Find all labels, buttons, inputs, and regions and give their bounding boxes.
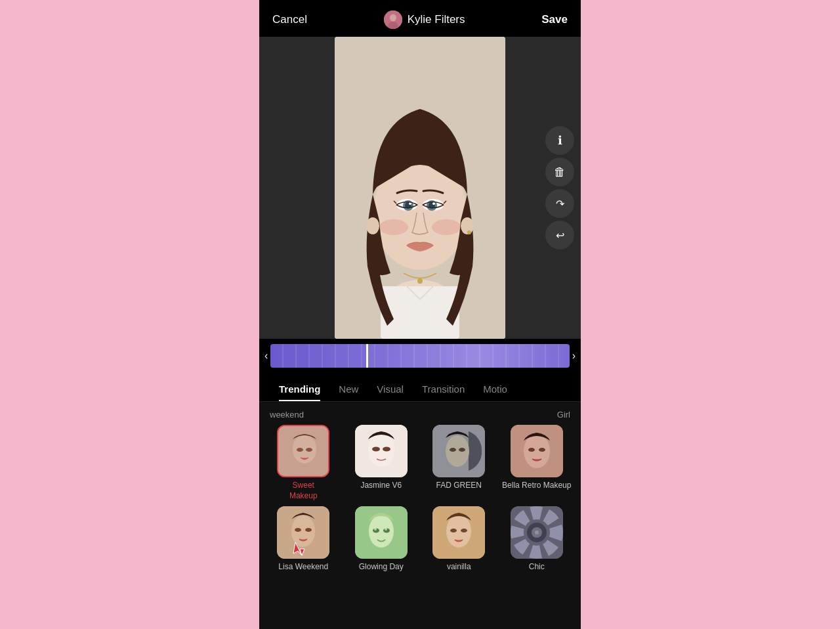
svg-point-35 (528, 448, 535, 452)
trash-icon: 🗑 (554, 165, 566, 179)
filter-item-vainilla[interactable]: vainilla (423, 506, 495, 573)
section-label-left: weekend (270, 410, 304, 420)
svg-point-40 (305, 528, 312, 532)
redo-button[interactable]: ↷ (545, 189, 574, 218)
svg-point-26 (368, 433, 394, 467)
filter-thumb-bella (511, 425, 563, 477)
svg-point-20 (432, 219, 461, 235)
filter-thumb-lisa (277, 506, 329, 559)
filter-label-jasmine: Jasmine V6 (360, 481, 402, 491)
filter-row-1: SweetMakeup Jasmine V6 (264, 425, 576, 506)
timeline-area: ‹ › (259, 339, 581, 373)
svg-point-47 (374, 528, 377, 531)
svg-point-9 (461, 217, 474, 234)
svg-point-28 (383, 447, 390, 452)
undo-icon: ↩ (556, 229, 564, 242)
svg-point-1 (390, 14, 396, 22)
svg-point-23 (297, 448, 303, 452)
svg-point-52 (461, 529, 467, 532)
filter-item-bella[interactable]: Bella Retro Makeup (501, 425, 574, 501)
svg-point-36 (539, 448, 545, 452)
page-title: Kylie Filters (408, 13, 465, 26)
svg-point-30 (446, 435, 469, 467)
face-illustration (335, 37, 505, 339)
tab-motion[interactable]: Motio (474, 378, 516, 401)
save-button[interactable]: Save (541, 13, 568, 26)
tabs-area: Trending New Visual Transition Motio (259, 373, 581, 402)
svg-point-51 (450, 529, 457, 532)
filter-item-chic[interactable]: Chic (501, 506, 574, 573)
filter-thumb-jasmine (355, 425, 408, 477)
svg-point-6 (417, 278, 423, 284)
main-photo (335, 37, 505, 339)
svg-point-27 (372, 447, 380, 452)
filter-label-glowing: Glowing Day (359, 562, 404, 573)
undo-button[interactable]: ↩ (545, 221, 574, 249)
tabs-row: Trending New Visual Transition Motio (259, 378, 581, 402)
svg-point-32 (459, 448, 465, 452)
filter-label-vainilla: vainilla (447, 562, 471, 573)
filter-thumb-vainilla (432, 506, 485, 559)
timeline-next-button[interactable]: › (570, 350, 578, 362)
filter-thumb-glowing (355, 506, 408, 559)
filter-label-chic: Chic (529, 562, 545, 573)
side-tools: ℹ 🗑 ↷ ↩ (545, 126, 574, 249)
filter-thumb-chic (511, 506, 563, 559)
timeline-prev-button[interactable]: ‹ (262, 350, 270, 362)
svg-rect-5 (381, 286, 459, 339)
filter-item-jasmine[interactable]: Jasmine V6 (345, 425, 418, 501)
delete-button[interactable]: 🗑 (545, 158, 574, 186)
filter-row-2: Lisa Weekend Glowing (264, 506, 576, 578)
svg-point-50 (446, 515, 471, 548)
svg-point-31 (450, 448, 456, 452)
info-icon: ℹ (558, 133, 562, 148)
filter-item-sweet-makeup[interactable]: SweetMakeup (267, 425, 340, 501)
filters-grid: weekend Girl SweetMakeup (259, 402, 581, 629)
filter-thumb-sweet-makeup (277, 425, 329, 477)
top-bar: Cancel Kylie Filters Save (259, 0, 581, 37)
filter-item-fad-green[interactable]: FAD GREEN (423, 425, 495, 501)
tab-visual[interactable]: Visual (368, 378, 413, 401)
timeline-track[interactable] (270, 344, 569, 368)
info-button[interactable]: ℹ (545, 126, 574, 155)
svg-point-39 (295, 528, 301, 532)
svg-point-10 (467, 230, 471, 234)
filter-label-lisa: Lisa Weekend (278, 562, 328, 573)
section-label-right: Girl (557, 410, 570, 420)
tab-new[interactable]: New (329, 378, 368, 401)
svg-point-38 (291, 515, 315, 547)
filter-thumb-fad-green (432, 425, 485, 477)
svg-point-19 (379, 219, 408, 235)
title-area: Kylie Filters (384, 11, 465, 29)
svg-point-24 (306, 448, 312, 452)
avatar (384, 11, 402, 29)
filter-item-lisa[interactable]: Lisa Weekend (267, 506, 340, 573)
filter-label-bella: Bella Retro Makeup (502, 481, 571, 491)
filter-item-glowing[interactable]: Glowing Day (345, 506, 418, 573)
cancel-button[interactable]: Cancel (272, 13, 307, 26)
svg-point-57 (535, 531, 539, 534)
section-labels: weekend Girl (264, 407, 576, 425)
svg-point-18 (432, 202, 435, 205)
tab-transition[interactable]: Transition (413, 378, 474, 401)
svg-point-48 (385, 528, 387, 531)
filter-label-sweet-makeup: SweetMakeup (289, 481, 318, 501)
svg-point-44 (369, 515, 394, 548)
filter-label-fad-green: FAD GREEN (436, 481, 482, 491)
svg-point-8 (366, 217, 379, 234)
svg-point-34 (524, 434, 550, 468)
tab-trending[interactable]: Trending (270, 378, 329, 401)
phone-container: Cancel Kylie Filters Save (259, 0, 581, 629)
image-area: ℹ 🗑 ↷ ↩ (259, 37, 581, 339)
redo-icon: ↷ (556, 198, 564, 210)
timeline-handle[interactable] (366, 344, 368, 368)
